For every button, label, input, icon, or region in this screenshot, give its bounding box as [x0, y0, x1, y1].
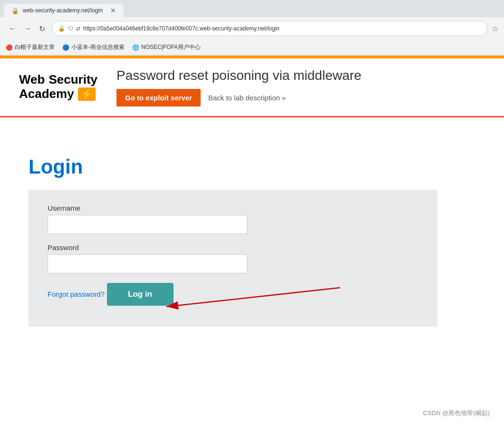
tab-label: web-security-academy.net/login [23, 7, 103, 14]
lab-actions: Go to exploit server Back to lab descrip… [116, 89, 361, 107]
logo-web-text: Web [19, 73, 45, 86]
password-label: Password [48, 243, 418, 252]
separator-area [0, 117, 504, 146]
username-label: Username [48, 204, 418, 212]
password-group: Password [48, 243, 418, 273]
bookmark-icon-2: 🔵 [62, 44, 69, 51]
tab-favicon: 🔒 [11, 7, 19, 14]
bookmark-icon-1: 🔴 [6, 44, 13, 51]
page-footer: CSDN @黑色地带(崛起) [423, 409, 490, 417]
bookmark-item-2[interactable]: 🔵 小蓝本-商业信息搜索 [62, 43, 125, 51]
svg-line-1 [166, 288, 340, 307]
browser-tab[interactable]: 🔒 web-security-academy.net/login ✕ [4, 4, 124, 17]
login-form: Username Password Forgot password? Log i… [29, 190, 437, 327]
logo-lightning-icon: ⚡ [78, 87, 96, 101]
shield-icon: 🛡 [68, 26, 73, 31]
bookmark-label-1: 白帽子最新文章 [15, 43, 55, 51]
annotation-arrow [162, 285, 342, 314]
main-content: Login Username Password Forgot password?… [0, 146, 504, 346]
tab-bar: 🔒 web-security-academy.net/login ✕ [0, 0, 504, 17]
address-bar-row: ← → ↻ 🔒 🛡 ⇄ https://0a5e004a046ebf19c8e7… [0, 17, 504, 40]
tab-close[interactable]: ✕ [110, 7, 116, 14]
address-box[interactable]: 🔒 🛡 ⇄ https://0a5e004a046ebf19c8e707d400… [52, 21, 488, 36]
url-text: https://0a5e004a046ebf19c8e707d400fe007c… [83, 25, 482, 32]
bookmark-star-button[interactable]: ☆ [492, 24, 498, 33]
footer-text: CSDN @黑色地带(崛起) [423, 409, 490, 417]
username-input[interactable] [48, 215, 247, 234]
nav-icons: ← → ↻ [6, 22, 48, 35]
logo: Web Security Academy ⚡ [19, 73, 97, 101]
forgot-password-link[interactable]: Forgot password? [48, 290, 105, 298]
back-button[interactable]: ← [6, 22, 19, 35]
login-title: Login [29, 155, 475, 178]
logo-line1: Web Security [19, 73, 97, 86]
bookmark-item-1[interactable]: 🔴 白帽子最新文章 [6, 43, 55, 51]
password-input[interactable] [48, 254, 247, 273]
bookmark-item-3[interactable]: 🌐 NOSEC|FOFA用户中心 [132, 43, 201, 51]
lock-icon: 🔒 [58, 25, 65, 32]
lab-header: Web Security Academy ⚡ Password reset po… [0, 58, 504, 117]
back-label: Back to lab description [208, 94, 280, 102]
forward-button[interactable]: → [21, 22, 34, 35]
back-chevron-icon: » [282, 94, 286, 102]
forgot-password-area: Forgot password? [48, 290, 105, 308]
reload-button[interactable]: ↻ [36, 22, 48, 35]
lab-info: Password reset poisoning via middleware … [116, 68, 361, 107]
logo-security-text: Security [48, 73, 97, 86]
back-to-lab-button[interactable]: Back to lab description » [208, 94, 286, 102]
username-group: Username [48, 204, 418, 234]
bookmark-icon-3: 🌐 [132, 44, 139, 51]
logo-academy-text: Academy [19, 87, 74, 101]
bookmark-label-2: 小蓝本-商业信息搜索 [71, 43, 125, 51]
bookmark-label-3: NOSEC|FOFA用户中心 [141, 43, 201, 51]
relay-icon: ⇄ [76, 26, 80, 32]
logo-line2: Academy ⚡ [19, 87, 97, 101]
bookmarks-bar: 🔴 白帽子最新文章 🔵 小蓝本-商业信息搜索 🌐 NOSEC|FOFA用户中心 [0, 40, 504, 55]
browser-chrome: 🔒 web-security-academy.net/login ✕ ← → ↻… [0, 0, 504, 56]
exploit-server-button[interactable]: Go to exploit server [116, 89, 201, 107]
lab-title: Password reset poisoning via middleware [116, 68, 361, 83]
